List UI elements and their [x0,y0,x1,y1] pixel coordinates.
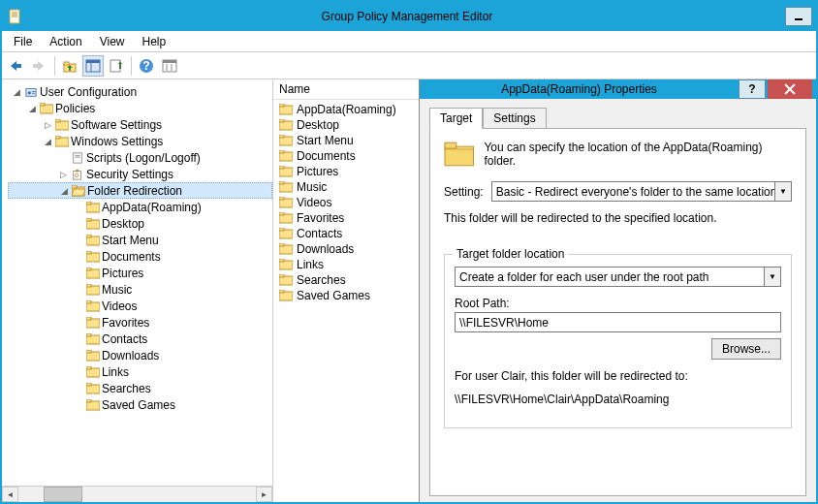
svg-point-21 [28,91,31,94]
list-item-label: Videos [297,196,331,209]
tree-item[interactable]: Documents [8,248,272,265]
list-item-label: Downloads [297,242,354,256]
tree-item[interactable]: Saved Games [8,396,272,413]
tree-item-label: Security Settings [86,168,173,181]
svg-rect-71 [279,150,284,153]
root-path-input[interactable] [455,312,781,332]
tree-policies[interactable]: ◢Policies [8,100,272,116]
browse-button[interactable]: Browse... [711,338,781,360]
tree-item[interactable]: Searches [8,380,272,396]
svg-rect-55 [86,333,91,336]
tree-item[interactable]: Downloads [8,347,272,363]
svg-rect-20 [26,88,36,96]
tree-item[interactable]: Desktop [8,215,272,232]
tree-item[interactable]: Music [8,281,272,298]
toolbar: ? [2,52,816,79]
svg-rect-69 [279,135,284,138]
filter-button[interactable] [159,55,180,77]
tree-item[interactable]: Favorites [8,314,272,331]
menu-file[interactable]: File [6,33,40,50]
folder-icon [444,141,474,168]
show-hide-tree-button[interactable] [82,55,104,77]
h-scrollbar[interactable]: ◄► [2,486,272,502]
svg-rect-51 [86,300,91,303]
menu-help[interactable]: Help [135,33,174,50]
forward-button[interactable] [29,55,50,77]
tree-item-label: Saved Games [102,398,175,412]
svg-rect-33 [74,171,81,179]
list-item-label: Links [297,258,324,271]
tree-security-settings[interactable]: ▷Security Settings [8,166,272,182]
dialog-help-button[interactable]: ? [739,79,766,99]
tree-item-label: Documents [102,250,161,264]
menu-view[interactable]: View [92,33,133,50]
list-item-label: AppData(Roaming) [297,103,396,116]
list-item-label: Contacts [297,227,342,240]
list-item-label: Desktop [297,118,339,132]
tree-software-settings[interactable]: ▷Software Settings [8,116,272,133]
svg-rect-59 [86,366,91,369]
back-button[interactable] [6,55,27,77]
export-button[interactable] [106,55,127,77]
dialog-button-row: OK Cancel Apply [420,496,816,502]
tree-item-label: Pictures [102,267,143,280]
tree-item[interactable]: AppData(Roaming) [8,199,272,215]
svg-rect-77 [279,197,284,200]
tree-item-label: Desktop [102,217,144,231]
setting-info: This folder will be redirected to the sp… [444,211,792,225]
tree-item[interactable]: Pictures [8,265,272,281]
tree-expander[interactable]: ◢ [43,136,53,146]
svg-rect-27 [55,119,60,122]
svg-rect-30 [74,152,82,162]
dialog-close-button[interactable] [768,79,812,99]
svg-rect-61 [86,383,91,386]
svg-rect-10 [86,60,100,63]
tab-target[interactable]: Target [429,108,483,129]
svg-rect-93 [445,142,456,148]
tree-item-label: Start Menu [102,234,159,247]
dialog-description: You can specify the location of the AppD… [484,141,792,168]
tree-item[interactable]: Contacts [8,331,272,347]
root-path-label: Root Path: [455,297,781,310]
svg-rect-94 [445,148,473,150]
tree-folder-redirection[interactable]: ◢Folder Redirection [8,182,272,199]
tree-item-label: Searches [102,382,151,395]
svg-rect-6 [33,64,39,68]
svg-rect-34 [76,169,79,172]
tree-scripts[interactable]: Scripts (Logon/Logoff) [8,149,272,166]
svg-rect-63 [86,399,91,402]
svg-rect-43 [86,235,91,237]
tree-user-configuration[interactable]: ◢User Configuration [8,83,272,100]
tree-item-label: Folder Redirection [87,184,182,198]
tree-expander[interactable]: ◢ [27,103,38,113]
help-button[interactable]: ? [136,55,157,77]
target-location-combo[interactable]: Create a folder for each user under the … [455,267,781,287]
svg-rect-57 [86,350,91,353]
tab-settings[interactable]: Settings [483,108,546,129]
setting-combo-value: Basic - Redirect everyone's folder to th… [496,185,777,199]
tree-pane[interactable]: ◢User Configuration◢Policies▷Software Se… [2,79,273,502]
setting-combo[interactable]: Basic - Redirect everyone's folder to th… [491,181,792,202]
tree-item[interactable]: Start Menu [8,232,272,248]
svg-rect-85 [279,259,284,262]
svg-rect-22 [32,91,35,92]
tree-expander[interactable]: ▷ [58,169,69,179]
dialog-title: AppData(Roaming) Properties [420,82,739,96]
svg-rect-5 [16,64,21,68]
minimize-button[interactable] [785,7,812,26]
tree-item[interactable]: Videos [8,298,272,314]
tree-expander[interactable]: ◢ [59,185,70,196]
tree-expander[interactable]: ◢ [12,86,22,97]
svg-rect-79 [279,212,284,215]
list-item-label: Start Menu [297,134,354,147]
tree-item-label: Scripts (Logon/Logoff) [86,151,201,165]
tree-item[interactable]: Links [8,363,272,380]
tree-windows-settings[interactable]: ◢Windows Settings [8,133,272,149]
app-icon [8,9,23,24]
menu-action[interactable]: Action [42,33,89,50]
tree-expander[interactable]: ▷ [43,119,53,130]
tab-page-target: You can specify the location of the AppD… [429,128,806,496]
tree-item-label: Downloads [102,349,159,362]
up-button[interactable] [59,55,80,77]
target-folder-group: Target folder location Create a folder f… [444,254,792,428]
